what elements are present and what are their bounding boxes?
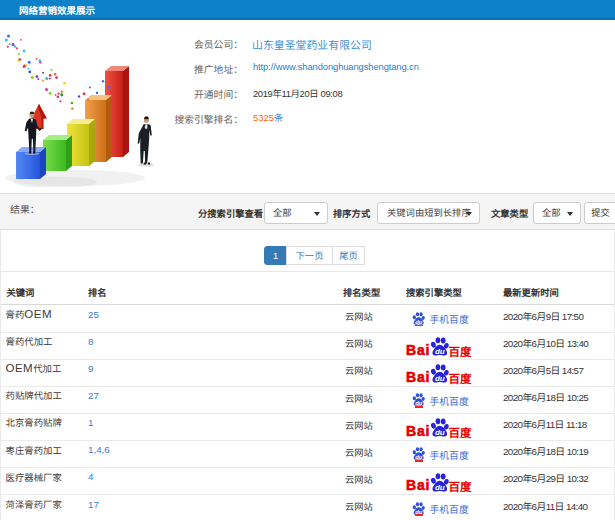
svg-text:du: du [434, 428, 444, 437]
svg-text:du: du [434, 374, 444, 383]
svg-text:du: du [434, 347, 444, 356]
svg-text:du: du [434, 483, 444, 492]
